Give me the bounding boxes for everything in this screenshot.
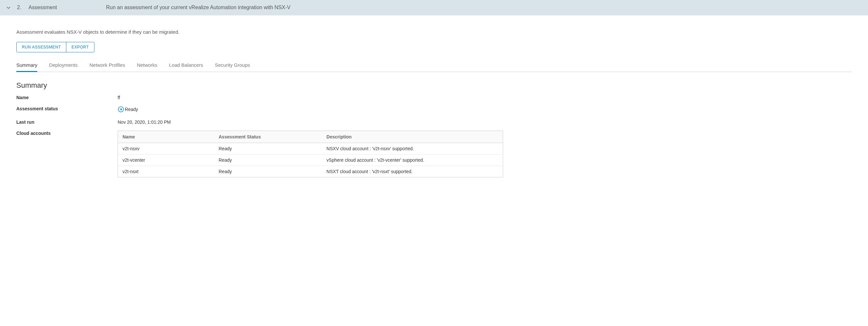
- step-header: 2. Assessment Run an assessment of your …: [0, 0, 868, 16]
- cloud-accounts-table: Name Assessment Status Description v2t-n…: [118, 131, 503, 178]
- tab-networks[interactable]: Networks: [137, 62, 157, 72]
- tab-summary[interactable]: Summary: [16, 62, 37, 72]
- content-area: Assessment evaluates NSX-V objects to de…: [0, 16, 868, 196]
- tab-security-groups[interactable]: Security Groups: [215, 62, 250, 72]
- export-button[interactable]: EXPORT: [66, 42, 94, 52]
- table-header-row: Name Assessment Status Description: [118, 131, 503, 143]
- label-last-run: Last run: [16, 119, 118, 125]
- arrow-circle-right-icon: [118, 106, 124, 113]
- tab-deployments[interactable]: Deployments: [49, 62, 78, 72]
- value-name: ff: [118, 95, 852, 100]
- label-cloud-accounts: Cloud accounts: [16, 131, 118, 136]
- cell-description: NSXV cloud account : 'v2t-nsxv' supporte…: [322, 143, 503, 155]
- chevron-down-icon[interactable]: [6, 5, 11, 10]
- tab-load-balancers[interactable]: Load Balancers: [169, 62, 203, 72]
- table-row: v2t-nsxv Ready NSXV cloud account : 'v2t…: [118, 143, 503, 155]
- run-assessment-button[interactable]: RUN ASSESSMENT: [17, 42, 66, 52]
- row-last-run: Last run Nov 20, 2020, 1:01:20 PM: [16, 119, 852, 125]
- tab-network-profiles[interactable]: Network Profiles: [90, 62, 125, 72]
- cell-name: v2t-nsxt: [118, 166, 214, 178]
- intro-text: Assessment evaluates NSX-V objects to de…: [16, 29, 852, 35]
- label-status: Assessment status: [16, 106, 118, 111]
- cell-status: Ready: [214, 155, 322, 166]
- row-name: Name ff: [16, 95, 852, 100]
- th-status: Assessment Status: [214, 131, 322, 143]
- cell-status: Ready: [214, 143, 322, 155]
- cell-name: v2t-nsxv: [118, 143, 214, 155]
- step-number: 2.: [17, 5, 21, 10]
- label-name: Name: [16, 95, 118, 100]
- section-title: Summary: [16, 81, 852, 90]
- step-title: Assessment: [28, 5, 57, 10]
- value-last-run: Nov 20, 2020, 1:01:20 PM: [118, 119, 852, 125]
- step-description: Run an assessment of your current vReali…: [106, 5, 290, 10]
- action-buttons: RUN ASSESSMENT EXPORT: [16, 42, 94, 52]
- tabs-nav: Summary Deployments Network Profiles Net…: [16, 62, 852, 72]
- table-row: v2t-nsxt Ready NSXT cloud account : 'v2t…: [118, 166, 503, 178]
- th-name: Name: [118, 131, 214, 143]
- cell-status: Ready: [214, 166, 322, 178]
- row-cloud-accounts: Cloud accounts Name Assessment Status De…: [16, 131, 852, 178]
- th-description: Description: [322, 131, 503, 143]
- cell-description: NSXT cloud account : 'v2t-nsxt' supporte…: [322, 166, 503, 178]
- cell-description: vSphere cloud account : 'v2t-vcenter' su…: [322, 155, 503, 166]
- status-badge: Ready: [118, 106, 138, 113]
- value-status: Ready: [125, 107, 138, 112]
- cell-name: v2t-vcenter: [118, 155, 214, 166]
- table-row: v2t-vcenter Ready vSphere cloud account …: [118, 155, 503, 166]
- row-status: Assessment status Ready: [16, 106, 852, 114]
